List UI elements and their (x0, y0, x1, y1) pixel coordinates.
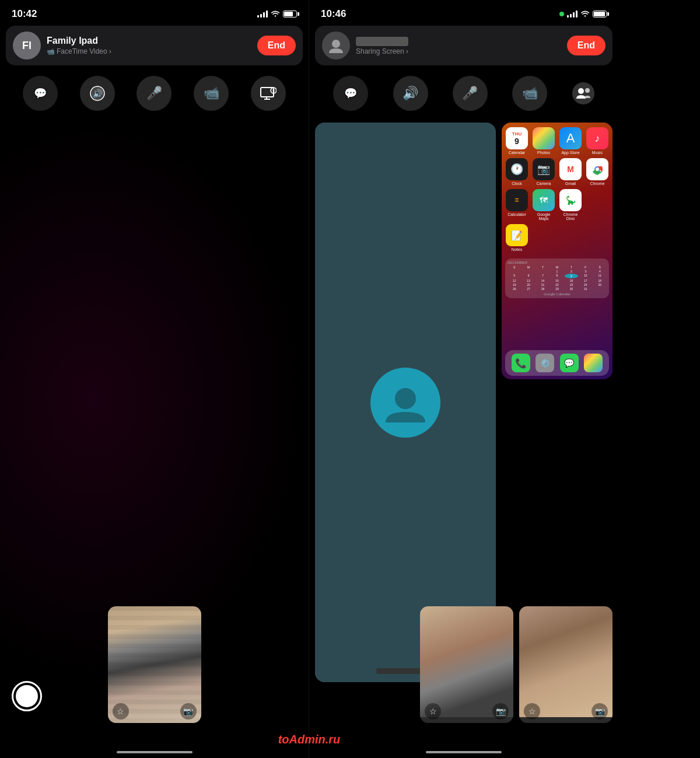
call-subtitle-left: 📹 FaceTime Video › (47, 47, 251, 55)
app-item-empty (586, 189, 609, 221)
dock-icon-multi (584, 354, 603, 372)
avatar-right (322, 32, 350, 60)
message-button-left[interactable]: 💬 (23, 76, 58, 111)
status-icons-right (559, 10, 607, 19)
camera-button-right[interactable]: 📹 (512, 76, 547, 111)
camera-button-thumb-right-1[interactable]: 📷 (492, 703, 509, 719)
screen-share-button-left[interactable]: + (251, 76, 286, 111)
thumb-controls-left: ☆ 📷 (108, 703, 201, 719)
wifi-icon-right (580, 10, 590, 19)
svg-point-13 (584, 15, 586, 16)
app-icon-dino: 🦕 (559, 189, 582, 211)
screen-share-preview: THU 9 Calendar Photos A App Store (502, 123, 612, 379)
share-users-button-right[interactable] (572, 82, 594, 104)
svg-point-20 (395, 388, 416, 409)
call-info-right: Sharing Screen › (356, 36, 561, 55)
wifi-icon-left (271, 10, 280, 19)
call-info-left: Family Ipad 📹 FaceTime Video › (47, 36, 251, 55)
call-name-left: Family Ipad (47, 36, 251, 46)
app-label-gmail: Gmail (565, 181, 576, 186)
app-icon-chrome (586, 158, 608, 180)
app-item-calendar: THU 9 Calendar (505, 127, 528, 155)
app-label-music: Music (592, 151, 603, 155)
app-icon-calendar: THU 9 (506, 127, 528, 149)
svg-text:🔊: 🔊 (92, 89, 103, 99)
svg-point-19 (596, 167, 599, 171)
message-button-right[interactable]: 💬 (333, 76, 368, 111)
phones-container: 10:42 FI (0, 0, 618, 758)
svg-point-0 (275, 15, 276, 16)
record-inner (16, 685, 38, 707)
app-item-appstore: A App Store (559, 127, 582, 155)
record-button-left[interactable] (12, 681, 42, 711)
app-grid: THU 9 Calendar Photos A App Store (502, 123, 612, 256)
controls-row-left: 💬 🔊 🎤 📹 + (0, 65, 309, 121)
right-main-video (315, 123, 496, 682)
call-header-left: FI Family Ipad 📹 FaceTime Video › End (6, 26, 303, 65)
call-name-right (356, 36, 561, 46)
app-icon-calc: = (506, 189, 528, 211)
status-bar-right: 10:46 (309, 0, 618, 26)
signal-icon-left (257, 11, 268, 18)
battery-icon-right (593, 11, 607, 18)
mic-button-left[interactable]: 🎤 (136, 76, 172, 111)
star-button-right-1[interactable]: ☆ (425, 703, 441, 719)
app-icon-maps: 🗺 (533, 189, 555, 211)
app-label-appstore: App Store (561, 151, 579, 155)
speaker-button-left[interactable]: 🔊 (80, 76, 115, 111)
cam-icon: 📹 (47, 48, 55, 55)
watermark: toAdmin.ru (278, 733, 341, 746)
app-label-photos: Photos (537, 151, 550, 155)
speaker-button-right[interactable]: 🔊 (393, 76, 428, 111)
iphone-screen-content: THU 9 Calendar Photos A App Store (502, 123, 612, 379)
dock-icon-messages: 💬 (560, 354, 579, 372)
app-item-calc: = Calculator (505, 189, 528, 221)
app-label-clock: Clock (512, 181, 522, 186)
dock-icon-settings: ⚙️ (536, 354, 554, 372)
star-button-left[interactable]: ☆ (113, 703, 129, 719)
app-label-camera: Camera (537, 181, 551, 186)
green-dot-right (559, 12, 564, 16)
thumb-controls-right-1: ☆ 📷 (420, 703, 513, 719)
thumbnail-right-right: ☆ 📷 (519, 606, 612, 723)
app-label-calendar: Calendar (509, 151, 525, 155)
camera-button-left[interactable]: 📹 (194, 76, 229, 111)
app-icon-camera: 📷 (533, 158, 555, 180)
home-indicator-left[interactable] (117, 751, 192, 753)
app-label-chrome: Chrome (590, 181, 605, 186)
svg-point-16 (585, 88, 590, 93)
app-icon-notes: 📝 (506, 224, 528, 246)
thumb-controls-right-2: ☆ 📷 (519, 703, 612, 719)
svg-point-15 (578, 88, 584, 94)
iphone-dock: 📞 ⚙️ 💬 (505, 350, 609, 376)
end-button-right[interactable]: End (567, 36, 606, 55)
app-item-chrome: Chrome (586, 158, 609, 186)
app-item-maps: 🗺 Google Maps (532, 189, 555, 221)
bottom-thumbs-left: ☆ 📷 (0, 606, 309, 723)
status-icons-left (257, 10, 297, 19)
app-label-calc: Calculator (508, 212, 526, 216)
name-redacted (356, 37, 408, 46)
home-indicator-right[interactable] (426, 751, 502, 753)
app-item-clock: 🕐 Clock (505, 158, 528, 186)
phone-left: 10:42 FI (0, 0, 309, 758)
thumbnail-right-left: ☆ 📷 (420, 606, 513, 723)
star-button-right-2[interactable]: ☆ (524, 703, 540, 719)
app-item-notes: 📝 Notes (505, 224, 528, 251)
camera-button-thumb-right-2[interactable]: 📷 (592, 703, 608, 719)
avatar-left: FI (13, 32, 41, 60)
end-button-left[interactable]: End (257, 36, 296, 55)
phone-right: 10:46 (309, 0, 618, 758)
svg-point-14 (332, 40, 340, 48)
app-icon-appstore: A (559, 127, 582, 149)
svg-text:+: + (272, 89, 275, 93)
caller-avatar-large (370, 368, 440, 438)
camera-button-thumb-left[interactable]: 📷 (180, 703, 197, 719)
mic-button-right[interactable]: 🎤 (453, 76, 488, 111)
app-item-gmail: M Gmail (559, 158, 582, 186)
app-label-notes: Notes (512, 247, 522, 251)
person-video-right-2 (519, 606, 612, 717)
app-item-camera: 📷 Camera (532, 158, 555, 186)
dock-icon-phone: 📞 (512, 354, 530, 372)
app-icon-clock: 🕐 (506, 158, 528, 180)
